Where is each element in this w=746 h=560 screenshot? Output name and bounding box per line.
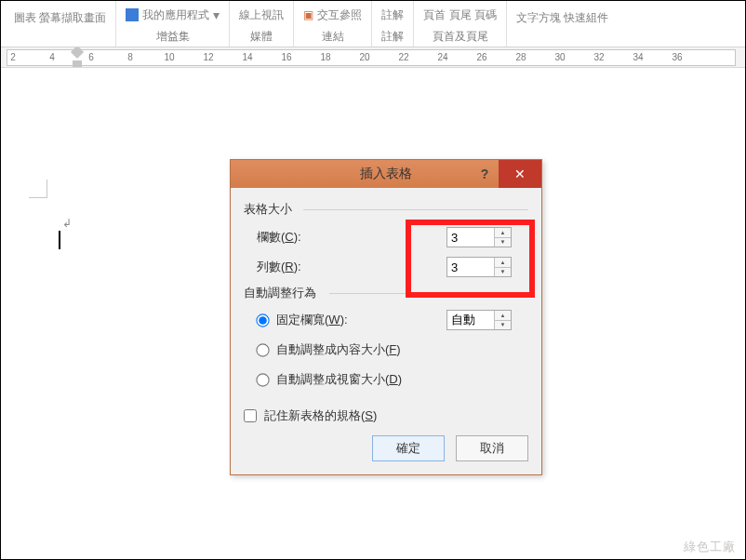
ruler-tick: 8 (127, 52, 133, 62)
ribbon-links-top: 交互參照 (317, 7, 362, 23)
ribbon-group-illustrations[interactable]: 圖表 螢幕擷取畫面 (5, 1, 116, 47)
paragraph-mark: ↲ (62, 217, 72, 230)
ruler-tick: 22 (398, 52, 408, 62)
ribbon-comments-label: 註解 (381, 29, 404, 45)
rows-spin-up[interactable]: ▲ (495, 258, 511, 268)
ribbon-comments-top: 註解 (381, 5, 404, 25)
ruler-tick: 18 (320, 52, 330, 62)
ribbon-group-media[interactable]: 線上視訊 媒體 (230, 1, 294, 47)
first-line-indent-marker[interactable] (71, 47, 84, 59)
fixed-width-spin-up[interactable]: ▲ (495, 311, 511, 321)
dropdown-icon: ▾ (213, 7, 220, 22)
ribbon-group-text[interactable]: 文字方塊 快速組件 (507, 1, 618, 47)
ribbon-illustrations-top: 圖表 螢幕擷取畫面 (14, 7, 106, 28)
table-size-heading: 表格大小 (244, 201, 528, 218)
ruler-tick: 12 (203, 52, 213, 62)
autofit-heading: 自動調整行為 (244, 285, 528, 301)
ruler-tick: 2 (10, 52, 16, 62)
crossref-icon: ▣ (303, 8, 313, 21)
remember-checkbox[interactable] (244, 409, 257, 422)
fixed-width-input[interactable] (447, 311, 494, 329)
ruler-tick: 4 (49, 52, 55, 62)
ruler-tick: 6 (88, 52, 94, 62)
dialog-titlebar[interactable]: 插入表格 ? ✕ (231, 160, 541, 188)
dialog-help-button[interactable]: ? (471, 160, 499, 188)
columns-row: 欄數(C): ▲ ▼ (257, 225, 528, 249)
cancel-button[interactable]: 取消 (456, 435, 528, 461)
autofit-content-radio[interactable] (256, 343, 269, 356)
ok-button[interactable]: 確定 (372, 435, 445, 461)
fixed-width-radio[interactable] (256, 313, 269, 327)
ribbon-group-headerfooter[interactable]: 頁首 頁尾 頁碼 頁首及頁尾 (414, 1, 507, 47)
ribbon-group-links[interactable]: ▣ 交互參照 連結 (294, 1, 372, 47)
remember-label: 記住新表格的規格(S) (264, 407, 377, 424)
horizontal-ruler[interactable]: 24681012141618202224262830323436 (7, 49, 736, 66)
autofit-window-label: 自動調整成視窗大小(D) (276, 371, 402, 388)
dialog-title-text: 插入表格 (360, 166, 412, 182)
columns-input[interactable] (447, 228, 494, 247)
ruler-tick: 14 (242, 52, 252, 62)
fixed-width-label: 固定欄寬(W): (276, 312, 348, 328)
autofit-content-row: 自動調整成內容大小(F) (257, 339, 528, 361)
rows-spin-down[interactable]: ▼ (495, 268, 511, 277)
ribbon-group-addins[interactable]: 我的應用程式 ▾ 增益集 (116, 1, 230, 47)
remember-row: 記住新表格的規格(S) (244, 407, 528, 424)
ribbon-media-top: 線上視訊 (239, 5, 284, 25)
fixed-width-spin-down[interactable]: ▼ (495, 321, 511, 330)
ribbon-text-top: 文字方塊 快速組件 (516, 7, 608, 28)
rows-spinner[interactable]: ▲ ▼ (446, 257, 512, 277)
page-corner-marker (29, 180, 47, 198)
fixed-width-row: 固定欄寬(W): ▲ ▼ (257, 309, 528, 331)
ribbon-links-label: 連結 (322, 29, 344, 45)
columns-spin-up[interactable]: ▲ (495, 228, 511, 238)
ruler-tick: 32 (593, 52, 604, 62)
autofit-window-radio[interactable] (256, 373, 269, 386)
insert-table-dialog: 插入表格 ? ✕ 表格大小 欄數(C): ▲ ▼ (230, 159, 542, 475)
ruler-tick: 28 (515, 52, 526, 62)
ribbon-hf-label: 頁首及頁尾 (433, 29, 488, 45)
ribbon-media-label: 媒體 (250, 29, 273, 45)
ruler-tick: 24 (437, 52, 447, 62)
ribbon-hf-top: 頁首 頁尾 頁碼 (423, 5, 497, 25)
columns-label: 欄數(C): (257, 229, 368, 246)
watermark-text: 綠色工廠 (684, 539, 736, 555)
autofit-content-label: 自動調整成內容大小(F) (276, 341, 401, 358)
autofit-window-row: 自動調整成視窗大小(D) (257, 368, 528, 391)
columns-spinner[interactable]: ▲ ▼ (446, 227, 512, 247)
ruler-tick: 20 (359, 52, 369, 62)
ribbon-addins-top: 我的應用程式 (142, 7, 209, 23)
fixed-width-spinner[interactable]: ▲ ▼ (446, 310, 512, 330)
columns-spin-down[interactable]: ▼ (495, 238, 511, 247)
text-cursor (59, 231, 60, 249)
close-icon: ✕ (514, 167, 526, 181)
rows-row: 列數(R): ▲ ▼ (257, 255, 528, 279)
rows-label: 列數(R): (257, 259, 368, 275)
dialog-button-row: 確定 取消 (244, 435, 528, 461)
ribbon-addins-label: 增益集 (156, 29, 190, 45)
help-icon: ? (481, 167, 489, 181)
ruler-tick: 34 (633, 52, 643, 62)
rows-input[interactable] (447, 258, 494, 276)
ruler-tick: 36 (672, 52, 682, 62)
ribbon-group-comments[interactable]: 註解 註解 (372, 1, 414, 47)
document-area[interactable]: ↲ 插入表格 ? ✕ 表格大小 欄數(C): ▲ ▼ (1, 68, 745, 542)
dialog-close-button[interactable]: ✕ (499, 160, 541, 188)
ruler-container: 24681012141618202224262830323436 (1, 47, 745, 68)
ruler-tick: 16 (281, 52, 291, 62)
ribbon: 圖表 螢幕擷取畫面 我的應用程式 ▾ 增益集 線上視訊 媒體 ▣ 交互參照 連結… (1, 1, 745, 47)
app-icon (126, 8, 139, 21)
dialog-body: 表格大小 欄數(C): ▲ ▼ 列數(R): (231, 188, 541, 474)
ruler-tick: 26 (476, 52, 486, 62)
hanging-indent-marker[interactable] (73, 60, 82, 68)
ruler-tick: 10 (164, 52, 174, 62)
ruler-tick: 30 (554, 52, 565, 62)
